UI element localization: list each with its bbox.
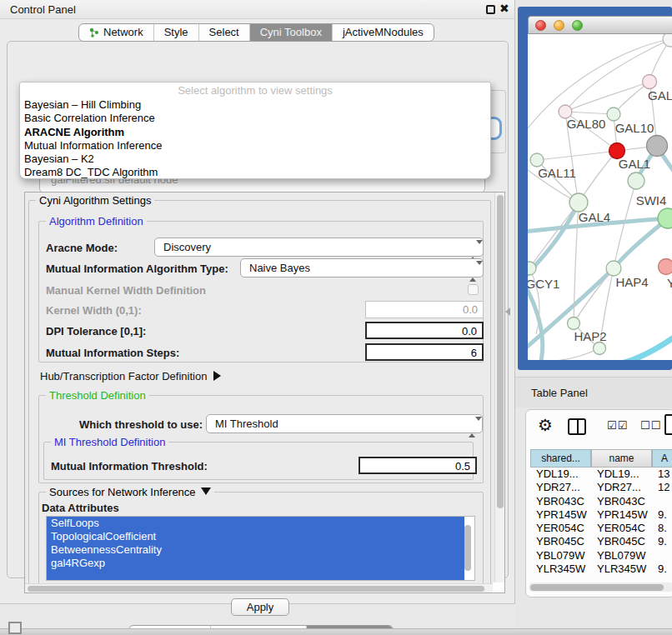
- page-icon[interactable]: [664, 414, 672, 435]
- network-node[interactable]: [569, 193, 588, 212]
- checked-boxes-icon[interactable]: ☑☑: [607, 419, 628, 432]
- network-window-titlebar[interactable]: [528, 16, 672, 34]
- settings-horizontal-scrollbar[interactable]: [25, 583, 493, 592]
- table-cell: YDR27...: [591, 481, 652, 494]
- tab-network[interactable]: Network: [79, 24, 154, 41]
- table-row[interactable]: YBL079WYBL079W: [530, 549, 672, 562]
- algorithm-option[interactable]: ARACNE Algorithm: [20, 126, 490, 139]
- algorithm-option[interactable]: Dream8 DC_TDC Algorithm: [20, 166, 490, 179]
- network-node[interactable]: [607, 108, 620, 121]
- list-scrollbar-thumb[interactable]: [464, 525, 471, 571]
- data-attributes-list[interactable]: SelfLoopsTopologicalCoefficientBetweenne…: [46, 516, 475, 581]
- group-title: Algorithm Definition: [46, 215, 147, 228]
- network-node[interactable]: [643, 75, 657, 89]
- table-row[interactable]: YPR145WYPR145W9.: [530, 508, 672, 522]
- panel-splitter-handle[interactable]: [505, 308, 510, 316]
- table-row[interactable]: YDL19...YDL19...13: [530, 468, 672, 481]
- unchecked-boxes-icon[interactable]: ☐☐: [640, 419, 661, 432]
- column-header-partial[interactable]: A: [652, 449, 672, 468]
- close-icon[interactable]: ✖: [499, 2, 509, 15]
- network-node[interactable]: [663, 34, 672, 47]
- selected-attributes-block: SelfLoopsTopologicalCoefficientBetweenne…: [47, 517, 464, 580]
- table-cell: [652, 549, 672, 562]
- tab-style[interactable]: Style: [154, 24, 199, 41]
- node-label: GCY1: [528, 277, 559, 291]
- mi-type-combobox[interactable]: Naive Bayes: [240, 258, 484, 278]
- hub-definition-expander[interactable]: Hub/Transcription Factor Definition: [40, 370, 221, 382]
- mi-steps-label: Mutual Information Steps:: [46, 347, 179, 359]
- table-cell: YBR043C: [591, 495, 652, 508]
- which-threshold-combobox[interactable]: MI Threshold: [206, 414, 483, 433]
- manual-kernel-label: Manual Kernel Width Definition: [46, 284, 206, 297]
- mi-threshold-field[interactable]: 0.5: [359, 457, 477, 474]
- table-row[interactable]: YIL052CYIL052C9.: [530, 576, 672, 577]
- table-row[interactable]: YLR345WYLR345W9.: [530, 562, 672, 576]
- table-panel-headerbar: Table Panel: [515, 377, 672, 408]
- settings-vertical-scrollbar[interactable]: [494, 192, 504, 582]
- algorithm-option[interactable]: Bayesian – K2: [20, 152, 490, 166]
- split-columns-icon[interactable]: [568, 418, 586, 435]
- network-node[interactable]: [606, 261, 621, 276]
- algorithm-option[interactable]: Mutual Information Inference: [20, 139, 490, 152]
- attribute-item[interactable]: SelfLoops: [47, 517, 464, 530]
- dpi-tolerance-label: DPI Tolerance [0,1]:: [46, 325, 146, 338]
- network-node[interactable]: [658, 208, 672, 228]
- close-traffic-icon[interactable]: [535, 20, 546, 31]
- manual-kernel-checkbox[interactable]: [468, 284, 479, 295]
- attribute-item[interactable]: gal4RGexp: [47, 557, 464, 570]
- algorithm-option[interactable]: Bayesian – Hill Climbing: [20, 98, 490, 112]
- table-cell: YER054C: [530, 522, 591, 535]
- tab-cyni-toolbox[interactable]: Cyni Toolbox: [250, 24, 333, 41]
- column-header-name[interactable]: name: [591, 449, 652, 468]
- table-row[interactable]: YBR045CYBR045C9.: [530, 535, 672, 548]
- scrollbar-thumb[interactable]: [497, 195, 504, 508]
- attribute-item[interactable]: TopologicalCoefficient: [47, 530, 464, 543]
- apply-button[interactable]: Apply: [231, 598, 289, 616]
- tab-label: Network: [103, 24, 143, 41]
- table-cell: YLR345W: [530, 562, 591, 576]
- table-rows: YDL19...YDL19...13YDR27...YDR27...12YBR0…: [530, 468, 672, 577]
- algorithm-dropdown-popup: Select algorithm to view settings Bayesi…: [19, 82, 491, 179]
- table-cell: YBL079W: [530, 549, 591, 562]
- divider: [577, 420, 579, 433]
- gear-icon[interactable]: ⚙: [538, 415, 553, 435]
- table-horizontal-scrollbar[interactable]: [529, 582, 672, 592]
- scrollbar-thumb[interactable]: [530, 584, 664, 591]
- network-node[interactable]: [594, 342, 606, 355]
- algorithm-option[interactable]: Basic Correlation Inference: [20, 112, 490, 125]
- corner-widget[interactable]: [8, 622, 22, 634]
- dpi-tolerance-field[interactable]: 0.0: [365, 322, 484, 339]
- table-cell: YBR045C: [591, 535, 652, 548]
- expand-arrow-icon: [213, 371, 221, 381]
- scrollbar-thumb[interactable]: [28, 586, 484, 592]
- stepper-arrows-icon: [469, 242, 477, 259]
- collapse-arrow-icon: [201, 488, 211, 495]
- which-threshold-label: Which threshold to use:: [79, 418, 203, 431]
- network-node[interactable]: [568, 318, 580, 330]
- node-label: SWI4: [636, 193, 667, 208]
- float-window-icon[interactable]: [486, 5, 495, 14]
- tab-select[interactable]: Select: [199, 24, 250, 41]
- group-title: MI Threshold Definition: [51, 436, 168, 448]
- attribute-item[interactable]: BetweennessCentrality: [47, 543, 464, 557]
- control-panel-window: Control Panel ✖ Network Style Select Cyn…: [0, 0, 515, 604]
- kernel-width-field[interactable]: 0.0: [365, 301, 484, 318]
- table-panel-container: ⚙ ☑☑ ☐☐ shared... name A YDL19...YDL19..…: [525, 409, 672, 598]
- zoom-traffic-icon[interactable]: [572, 20, 583, 31]
- table-row[interactable]: YBR043CYBR043C: [530, 495, 672, 508]
- network-node[interactable]: [647, 136, 668, 157]
- table-cell: YDL19...: [591, 468, 652, 481]
- table-row[interactable]: YDR27...YDR27...12: [530, 481, 672, 494]
- network-node[interactable]: [628, 172, 644, 189]
- column-header-shared[interactable]: shared...: [530, 449, 591, 468]
- aracne-mode-combobox[interactable]: Discovery: [154, 238, 484, 257]
- tab-jactivemnodules[interactable]: jActiveMNodules: [333, 24, 434, 41]
- mi-steps-field[interactable]: 6: [365, 343, 484, 361]
- network-node[interactable]: [659, 259, 672, 275]
- network-canvas[interactable]: GALGAL80GAL10GAL1GAL11SWI4GAL4GCY1HAP4YH…: [528, 34, 672, 360]
- table-row[interactable]: YER054CYER054C8.: [530, 522, 672, 535]
- network-node[interactable]: [528, 262, 536, 275]
- network-node[interactable]: [530, 153, 544, 167]
- stepper-arrows-icon: [469, 418, 476, 436]
- minimize-traffic-icon[interactable]: [554, 20, 564, 31]
